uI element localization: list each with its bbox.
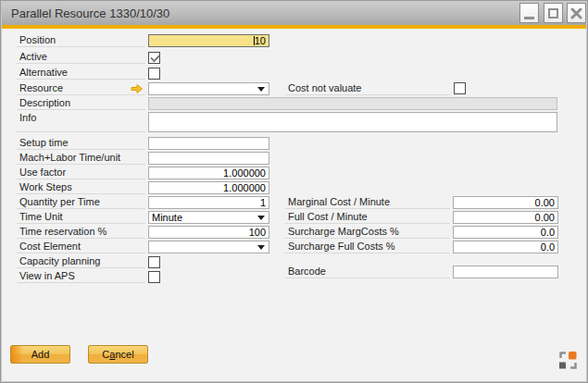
info-input[interactable] bbox=[148, 112, 557, 132]
cost-element-label: Cost Element bbox=[17, 241, 145, 253]
minimize-button[interactable] bbox=[519, 3, 539, 23]
info-label: Info bbox=[17, 112, 145, 132]
surcharge-margcosts-input[interactable]: 0.0 bbox=[453, 226, 558, 239]
cancel-button[interactable]: Cancel bbox=[88, 345, 148, 364]
window-title: Parallel Resource 1330/10/30 bbox=[11, 6, 169, 20]
chevron-down-icon bbox=[257, 87, 265, 92]
chevron-down-icon bbox=[257, 245, 265, 250]
capacity-planning-label: Capacity planning bbox=[17, 255, 145, 268]
barcode-input[interactable] bbox=[453, 266, 558, 278]
chevron-down-icon bbox=[257, 216, 265, 220]
work-steps-label: Work Steps bbox=[17, 181, 145, 194]
view-in-aps-label: View in APS bbox=[17, 270, 145, 283]
cost-not-valuate-checkbox[interactable] bbox=[454, 82, 466, 94]
active-checkbox[interactable] bbox=[148, 52, 160, 64]
cost-not-valuate-label: Cost not valuate bbox=[285, 82, 450, 95]
barcode-label: Barcode bbox=[285, 266, 450, 278]
mach-labor-label: Mach+Labor Time/unit bbox=[17, 152, 145, 165]
maximize-button[interactable] bbox=[544, 3, 563, 23]
link-arrow-icon[interactable] bbox=[131, 83, 144, 94]
cost-element-select[interactable] bbox=[148, 241, 269, 253]
minimize-icon bbox=[524, 17, 534, 19]
description-label: Description bbox=[17, 97, 145, 110]
close-button[interactable] bbox=[567, 3, 586, 23]
expand-form-icon[interactable] bbox=[559, 352, 577, 369]
position-label: Position bbox=[17, 34, 145, 47]
surcharge-full-costs-input[interactable]: 0.0 bbox=[453, 241, 558, 253]
view-in-aps-checkbox[interactable] bbox=[148, 271, 160, 283]
full-cost-label: Full Cost / Minute bbox=[285, 211, 450, 224]
close-icon bbox=[570, 7, 582, 19]
maximize-icon bbox=[548, 8, 558, 19]
dialog-window: Parallel Resource 1330/10/30 Position 10… bbox=[0, 0, 588, 383]
time-unit-label: Time Unit bbox=[17, 211, 145, 224]
setup-time-input[interactable] bbox=[148, 137, 269, 150]
time-unit-select[interactable]: Minute bbox=[148, 211, 269, 224]
quantity-per-time-label: Quantity per Time bbox=[17, 196, 145, 209]
marginal-cost-input[interactable]: 0.00 bbox=[453, 196, 558, 209]
surcharge-margcosts-label: Surcharge MargCosts % bbox=[285, 226, 450, 239]
full-cost-input[interactable]: 0.00 bbox=[453, 211, 558, 224]
active-label: Active bbox=[17, 51, 145, 64]
alternative-label: Alternative bbox=[17, 67, 145, 80]
description-input bbox=[148, 97, 557, 110]
mach-labor-input[interactable] bbox=[148, 152, 269, 165]
setup-time-label: Setup time bbox=[17, 137, 145, 150]
title-bar[interactable]: Parallel Resource 1330/10/30 bbox=[2, 2, 586, 25]
time-reservation-label: Time reservation % bbox=[17, 226, 145, 239]
use-factor-input[interactable]: 1.000000 bbox=[148, 167, 269, 179]
alternative-checkbox[interactable] bbox=[148, 68, 160, 80]
resource-select[interactable] bbox=[148, 82, 269, 95]
time-reservation-input[interactable]: 100 bbox=[148, 226, 269, 239]
use-factor-label: Use factor bbox=[17, 167, 145, 179]
marginal-cost-label: Marginal Cost / Minute bbox=[285, 196, 450, 209]
capacity-planning-checkbox[interactable] bbox=[148, 256, 160, 268]
surcharge-full-costs-label: Surcharge Full Costs % bbox=[285, 241, 450, 253]
position-input[interactable]: 10 bbox=[148, 34, 269, 47]
add-button[interactable]: Add bbox=[10, 345, 70, 364]
default-button-indicator bbox=[11, 346, 23, 363]
gold-accent-bar bbox=[2, 25, 586, 29]
resource-label: Resource bbox=[17, 82, 145, 95]
work-steps-input[interactable]: 1.000000 bbox=[148, 181, 269, 194]
quantity-per-time-input[interactable]: 1 bbox=[148, 196, 269, 209]
